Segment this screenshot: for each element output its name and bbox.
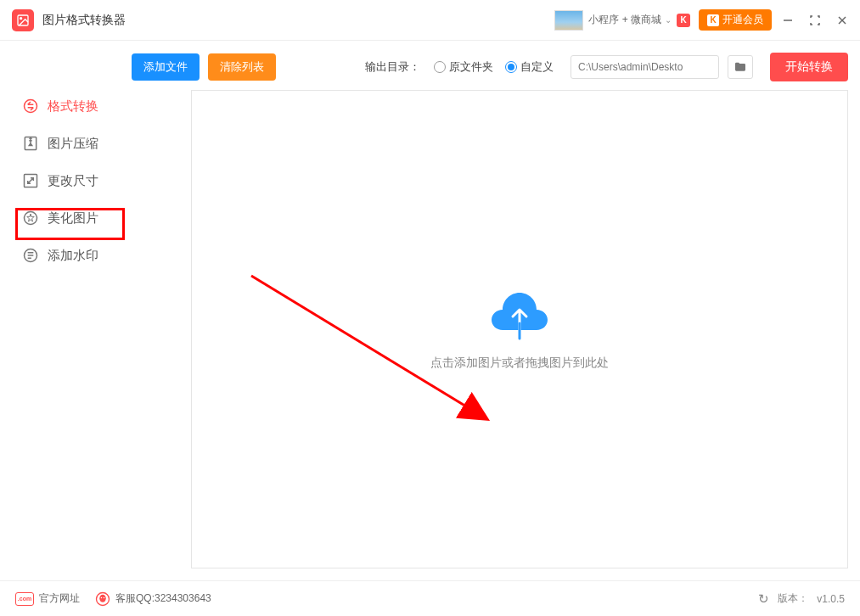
maximize-button[interactable] bbox=[809, 14, 821, 26]
output-path-input[interactable] bbox=[571, 55, 719, 79]
radio-icon bbox=[505, 61, 517, 73]
svg-line-10 bbox=[251, 276, 470, 409]
browse-folder-button[interactable] bbox=[728, 55, 753, 79]
cloud-upload-icon bbox=[489, 288, 550, 344]
resize-icon bbox=[22, 172, 39, 189]
version-label: 版本： bbox=[778, 591, 808, 606]
watermark-icon bbox=[22, 247, 39, 264]
svg-point-14 bbox=[101, 596, 103, 598]
add-files-button[interactable]: 添加文件 bbox=[132, 53, 200, 81]
radio-original-folder[interactable]: 原文件夹 bbox=[434, 59, 493, 75]
sidebar-item-compress[interactable]: 图片压缩 bbox=[0, 125, 132, 162]
footer: .com 官方网址 客服QQ:3234303643 ↻ 版本： v1.0.5 bbox=[0, 580, 860, 616]
qq-icon bbox=[95, 591, 110, 607]
app-logo bbox=[12, 9, 34, 31]
svg-point-15 bbox=[104, 596, 105, 598]
app-title: 图片格式转换器 bbox=[42, 13, 126, 28]
drop-text: 点击添加图片或者拖拽图片到此处 bbox=[430, 356, 609, 371]
drop-area[interactable]: 点击添加图片或者拖拽图片到此处 bbox=[191, 90, 848, 568]
sidebar-item-watermark[interactable]: 添加水印 bbox=[0, 237, 132, 274]
vip-label: 开通会员 bbox=[722, 13, 763, 27]
clear-list-button[interactable]: 清除列表 bbox=[208, 53, 276, 81]
toolbar: 添加文件 清除列表 输出目录： 原文件夹 自定义 bbox=[132, 53, 848, 81]
radio-label: 原文件夹 bbox=[449, 59, 493, 75]
folder-icon bbox=[734, 60, 747, 74]
radio-icon bbox=[434, 61, 446, 73]
svg-point-5 bbox=[25, 100, 37, 113]
version-value: v1.0.5 bbox=[817, 593, 845, 605]
promo-image bbox=[554, 10, 583, 31]
compress-icon bbox=[22, 135, 39, 152]
minimize-button[interactable] bbox=[782, 14, 794, 26]
refresh-button[interactable]: ↻ bbox=[758, 591, 769, 607]
sidebar-item-label: 更改尺寸 bbox=[48, 173, 98, 189]
official-site-link[interactable]: .com 官方网址 bbox=[15, 591, 80, 606]
vip-badge-icon: K bbox=[707, 14, 719, 26]
qq-label: 客服QQ:3234303643 bbox=[115, 591, 211, 606]
qq-support-link[interactable]: 客服QQ:3234303643 bbox=[95, 591, 211, 607]
open-vip-button[interactable]: K 开通会员 bbox=[699, 9, 772, 31]
output-dir-label: 输出目录： bbox=[365, 59, 420, 75]
sidebar-item-format-convert[interactable]: 格式转换 bbox=[0, 87, 132, 125]
annotation-arrow bbox=[243, 260, 514, 447]
svg-point-13 bbox=[99, 594, 106, 602]
sidebar-item-label: 图片压缩 bbox=[48, 136, 98, 152]
sidebar-item-resize[interactable]: 更改尺寸 bbox=[0, 162, 132, 199]
start-convert-button[interactable]: 开始转换 bbox=[770, 53, 848, 81]
promo-text: 小程序 + 微商城 bbox=[588, 13, 661, 27]
annotation-highlight-box bbox=[15, 208, 125, 240]
sidebar-item-label: 添加水印 bbox=[48, 248, 98, 264]
promo-badge-icon: K bbox=[677, 14, 690, 27]
com-badge-icon: .com bbox=[15, 592, 34, 606]
convert-icon bbox=[22, 98, 39, 115]
sidebar-item-label: 格式转换 bbox=[48, 98, 98, 115]
official-site-label: 官方网址 bbox=[39, 591, 80, 606]
close-button[interactable] bbox=[836, 14, 848, 26]
promo-banner[interactable]: 小程序 + 微商城 ⌄ K bbox=[554, 10, 690, 31]
titlebar: 图片格式转换器 小程序 + 微商城 ⌄ K K 开通会员 bbox=[0, 0, 860, 41]
svg-point-1 bbox=[20, 17, 22, 19]
sidebar: 格式转换 图片压缩 更改尺寸 美化图片 添加水印 bbox=[0, 41, 132, 580]
chevron-down-icon: ⌄ bbox=[665, 15, 672, 25]
radio-label: 自定义 bbox=[520, 59, 554, 75]
radio-custom-folder[interactable]: 自定义 bbox=[505, 59, 554, 75]
